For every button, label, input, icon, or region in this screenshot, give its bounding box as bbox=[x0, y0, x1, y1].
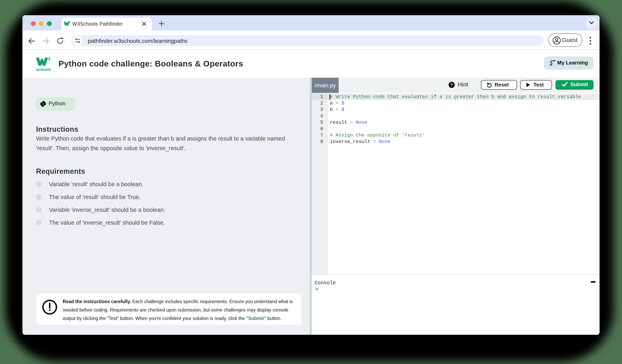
svg-text:schools: schools bbox=[36, 67, 51, 72]
svg-text:?: ? bbox=[450, 82, 453, 87]
svg-text:3: 3 bbox=[48, 56, 51, 61]
svg-text:3: 3 bbox=[69, 20, 71, 23]
